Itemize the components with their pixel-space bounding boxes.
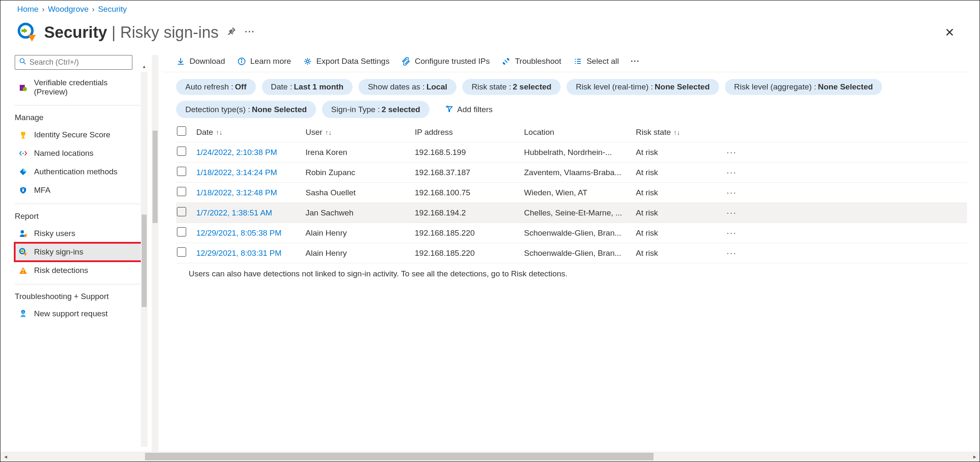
row-date-link[interactable]: 12/29/2021, 8:05:38 PM	[196, 228, 306, 238]
toolbar-more-button[interactable]: ···	[631, 57, 640, 66]
row-checkbox[interactable]	[177, 207, 186, 216]
sidebar-item-risky-users[interactable]: Risky users	[15, 224, 146, 243]
row-risk-state: At risk	[636, 249, 711, 258]
column-ip[interactable]: IP address	[415, 128, 524, 137]
row-more-icon[interactable]: ···	[711, 207, 737, 218]
row-date-link[interactable]: 1/18/2022, 3:14:24 PM	[196, 168, 306, 177]
column-date[interactable]: Date↑↓	[196, 128, 306, 137]
filter-pill[interactable]: Risk state : 2 selected	[462, 79, 561, 95]
search-field[interactable]	[29, 58, 128, 67]
sort-icon: ↑↓	[325, 129, 332, 136]
row-checkbox[interactable]	[177, 187, 186, 196]
sidebar-item-label: Risky users	[34, 229, 75, 238]
row-risk-state: At risk	[636, 228, 711, 238]
breadcrumb: Home › Woodgrove › Security	[0, 0, 980, 18]
row-risk-state: At risk	[636, 168, 711, 177]
row-more-icon[interactable]: ···	[711, 167, 737, 178]
filter-pill[interactable]: Risk level (real-time) : None Selected	[566, 79, 719, 95]
sidebar: « Verifiable credentials (Preview) Manag…	[0, 55, 152, 455]
row-checkbox[interactable]	[177, 247, 186, 257]
pin-icon[interactable]	[227, 26, 236, 38]
filter-pill[interactable]: Show dates as : Local	[358, 79, 456, 95]
row-checkbox[interactable]	[177, 227, 186, 236]
download-button[interactable]: Download	[176, 57, 225, 66]
sidebar-item-authentication-methods[interactable]: Authentication methods	[15, 163, 146, 181]
sidebar-item-new-support-request[interactable]: New support request	[15, 304, 146, 323]
horizontal-scrollbar[interactable]: ◂ ▸	[0, 452, 980, 462]
configure-trusted-ips-button[interactable]: Configure trusted IPs	[401, 57, 490, 66]
download-icon	[176, 57, 185, 66]
scrollbar-thumb[interactable]	[142, 215, 147, 307]
sidebar-item-mfa[interactable]: MFA	[15, 181, 146, 200]
table-row[interactable]: 1/18/2022, 3:14:24 PMRobin Zupanc192.168…	[176, 163, 967, 183]
breadcrumb-home[interactable]: Home	[17, 5, 39, 14]
more-icon[interactable]: ···	[245, 26, 255, 38]
sidebar-item-named-locations[interactable]: Named locations	[15, 144, 146, 163]
warning-icon	[18, 265, 28, 276]
scrollbar-thumb[interactable]	[145, 453, 653, 460]
sidebar-scrollbar[interactable]: ▴	[141, 72, 148, 447]
sidebar-item-risky-sign-ins[interactable]: Risky sign-ins	[15, 243, 146, 261]
close-button[interactable]: ✕	[945, 26, 954, 39]
table-row[interactable]: 1/18/2022, 3:12:48 PMSasha Ouellet192.16…	[176, 183, 967, 203]
row-more-icon[interactable]: ···	[711, 147, 737, 158]
table-row[interactable]: 1/7/2022, 1:38:51 AMJan Sachweh192.168.1…	[176, 203, 967, 223]
row-location: Schoenwalde-Glien, Bran...	[524, 228, 636, 238]
select-all-button[interactable]: Select all	[573, 57, 619, 66]
row-more-icon[interactable]: ···	[711, 248, 737, 259]
search-input[interactable]	[15, 55, 132, 70]
row-more-icon[interactable]: ···	[711, 187, 737, 198]
breadcrumb-sep: ›	[92, 5, 95, 14]
filter-pill[interactable]: Auto refresh : Off	[176, 79, 256, 95]
row-ip: 192.168.37.187	[415, 168, 524, 177]
sidebar-item-label: MFA	[34, 186, 50, 195]
filter-pill[interactable]: Risk level (aggregate) : None Selected	[725, 79, 882, 95]
column-user[interactable]: User↑↓	[306, 128, 415, 137]
troubleshoot-button[interactable]: Troubleshoot	[501, 57, 561, 66]
column-location[interactable]: Location	[524, 128, 636, 137]
scroll-left-icon[interactable]: ◂	[0, 453, 11, 460]
row-ip: 192.168.100.75	[415, 188, 524, 197]
row-risk-state: At risk	[636, 188, 711, 197]
row-checkbox[interactable]	[177, 147, 186, 156]
select-all-checkbox[interactable]	[177, 126, 186, 136]
signins-table: Date↑↓ User↑↓ IP address Location Risk s…	[176, 122, 967, 278]
svg-point-8	[21, 230, 24, 234]
breadcrumb-sep: ›	[42, 5, 45, 14]
row-checkbox[interactable]	[177, 167, 186, 176]
svg-point-4	[23, 87, 27, 91]
row-date-link[interactable]: 1/18/2022, 3:12:48 PM	[196, 188, 306, 197]
sidebar-section-report: Report	[15, 204, 146, 224]
table-row[interactable]: 1/24/2022, 2:10:38 PMIrena Koren192.168.…	[176, 142, 967, 163]
row-location: Wieden, Wien, AT	[524, 188, 636, 197]
table-row[interactable]: 12/29/2021, 8:05:38 PMAlain Henry192.168…	[176, 223, 967, 243]
learn-more-button[interactable]: Learn more	[237, 57, 291, 66]
sidebar-item-risk-detections[interactable]: Risk detections	[15, 261, 146, 280]
sidebar-item-verifiable-credentials[interactable]: Verifiable credentials (Preview)	[15, 74, 146, 101]
breadcrumb-security[interactable]: Security	[98, 5, 127, 14]
table-row[interactable]: 12/29/2021, 8:03:31 PMAlain Henry192.168…	[176, 243, 967, 263]
row-date-link[interactable]: 1/7/2022, 1:38:51 AM	[196, 208, 306, 218]
search-icon	[19, 58, 26, 67]
row-more-icon[interactable]: ···	[711, 228, 737, 239]
row-risk-state: At risk	[636, 148, 711, 157]
column-risk-state[interactable]: Risk state↑↓	[636, 128, 711, 137]
scroll-right-icon[interactable]: ▸	[969, 453, 980, 460]
row-date-link[interactable]: 1/24/2022, 2:10:38 PM	[196, 148, 306, 157]
export-data-settings-button[interactable]: Export Data Settings	[303, 57, 390, 66]
filter-pill[interactable]: Detection type(s) : None Selected	[176, 101, 316, 118]
sidebar-item-identity-secure-score[interactable]: Identity Secure Score	[15, 126, 146, 144]
add-filters-button[interactable]: Add filters	[435, 101, 502, 118]
svg-line-2	[24, 62, 26, 64]
scroll-up-icon[interactable]: ▴	[141, 63, 148, 69]
main-scrollbar[interactable]	[152, 55, 158, 455]
scrollbar-thumb[interactable]	[153, 131, 158, 223]
breadcrumb-tenant[interactable]: Woodgrove	[48, 5, 89, 14]
row-user: Irena Koren	[306, 148, 415, 157]
row-date-link[interactable]: 12/29/2021, 8:03:31 PM	[196, 249, 306, 258]
filter-pill[interactable]: Date : Last 1 month	[262, 79, 353, 95]
filter-pill[interactable]: Sign-in Type : 2 selected	[322, 101, 429, 118]
svg-point-5	[23, 153, 24, 154]
row-user: Alain Henry	[306, 249, 415, 258]
security-icon	[17, 22, 37, 42]
